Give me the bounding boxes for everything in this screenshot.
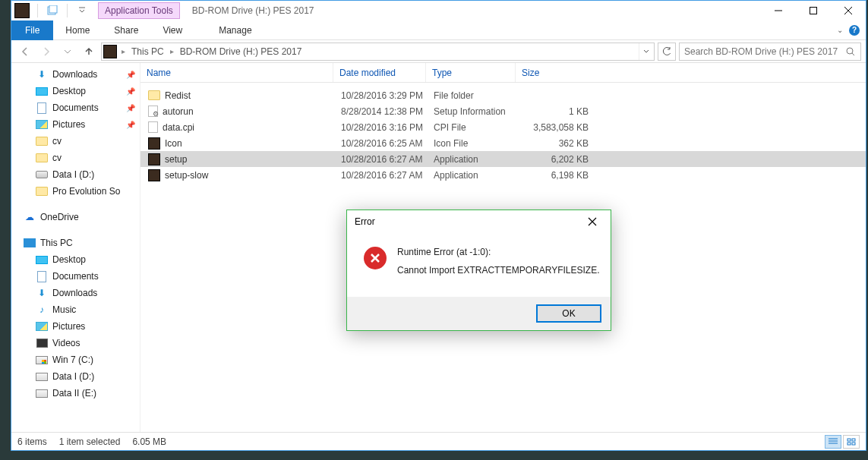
file-type: Icon File [428, 138, 517, 149]
status-size: 6.05 MB [132, 436, 166, 447]
file-date: 10/28/2016 6:25 AM [335, 138, 428, 149]
file-date: 8/28/2014 12:38 PM [335, 106, 428, 117]
dialog-titlebar[interactable]: Error [347, 210, 611, 233]
close-button[interactable] [831, 1, 866, 20]
sidebar-item[interactable]: Desktop [11, 251, 140, 268]
column-type[interactable]: Type [426, 63, 516, 82]
dialog-title: Error [355, 216, 375, 227]
divider [37, 4, 38, 17]
onedrive-icon: ☁ [24, 211, 36, 223]
sidebar-item[interactable]: Documents📌 [11, 99, 140, 116]
file-name: autorun [163, 106, 194, 117]
ribbon-tabs: File Home Share View Manage ⌄ ? [11, 20, 866, 40]
sidebar-item[interactable]: Documents [11, 268, 140, 285]
view-large-button[interactable] [843, 435, 860, 449]
file-icon [148, 121, 158, 133]
sidebar-item[interactable]: Data I (D:) [11, 368, 140, 385]
nav-back-button[interactable] [16, 43, 34, 61]
file-name: setup [165, 154, 187, 165]
search-input[interactable] [684, 46, 845, 57]
ribbon-expand-icon[interactable]: ⌄ [837, 26, 843, 34]
table-row[interactable]: data.cpi 10/28/2016 3:16 PM CPI File 3,5… [140, 119, 866, 135]
tab-view[interactable]: View [150, 20, 194, 40]
chevron-right-icon[interactable]: ▸ [169, 47, 175, 55]
file-tab[interactable]: File [11, 20, 53, 40]
sidebar-item-thispc[interactable]: This PC [11, 235, 140, 251]
videos-icon [36, 337, 48, 349]
sidebar-item-label: Music [52, 304, 76, 315]
breadcrumb-location-icon [103, 45, 117, 58]
svg-point-3 [847, 48, 853, 54]
error-dialog: Error Runtime Error (at -1:0): Cannot Im… [346, 210, 611, 331]
breadcrumb[interactable]: ▸ This PC ▸ BD-ROM Drive (H:) PES 2017 [101, 43, 655, 61]
ok-button[interactable]: OK [536, 304, 601, 323]
config-file-icon [148, 106, 158, 117]
sidebar-item[interactable]: Pictures📌 [11, 116, 140, 133]
file-type: Application [428, 170, 517, 181]
tab-home[interactable]: Home [53, 20, 102, 40]
desktop-icon [36, 85, 48, 97]
nav-forward-button[interactable] [37, 43, 55, 61]
sidebar-item[interactable]: Win 7 (C:) [11, 351, 140, 368]
sidebar-item[interactable]: ♪Music [11, 301, 140, 318]
dialog-close-button[interactable] [577, 210, 608, 233]
view-details-button[interactable] [825, 435, 841, 449]
sidebar-item[interactable]: Data II (E:) [11, 385, 140, 402]
table-row[interactable]: setup 10/28/2016 6:27 AM Application 6,2… [140, 151, 866, 167]
file-size: 6,202 KB [517, 154, 599, 165]
dialog-body: Runtime Error (at -1:0): Cannot Import E… [347, 233, 611, 297]
maximize-button[interactable] [796, 1, 831, 20]
search-icon[interactable] [845, 46, 856, 57]
sidebar-item[interactable]: Pro Evolution So [11, 183, 140, 200]
help-icon[interactable]: ? [849, 25, 860, 36]
table-row[interactable]: Icon 10/28/2016 6:25 AM Icon File 362 KB [140, 135, 866, 151]
sidebar-item[interactable]: Videos [11, 335, 140, 351]
ribbon-context-tab[interactable]: Application Tools [98, 2, 180, 19]
file-name: Icon [165, 138, 182, 149]
divider [67, 4, 68, 17]
file-size: 6,198 KB [517, 170, 599, 181]
svg-rect-1 [49, 5, 57, 13]
qat-properties-button[interactable] [44, 2, 61, 19]
breadcrumb-history-button[interactable] [639, 43, 652, 60]
pin-icon: 📌 [126, 121, 135, 129]
sidebar-item[interactable]: cv [11, 150, 140, 166]
dialog-message-line1: Runtime Error (at -1:0): [397, 247, 600, 257]
breadcrumb-segment[interactable]: This PC [127, 46, 169, 57]
tab-share[interactable]: Share [102, 20, 150, 40]
sidebar-item[interactable]: Pictures [11, 318, 140, 335]
qat-dropdown-button[interactable] [74, 2, 90, 19]
sidebar-item[interactable]: ⬇Downloads [11, 285, 140, 301]
pin-icon: 📌 [126, 104, 135, 112]
sidebar-item-onedrive[interactable]: ☁OneDrive [11, 209, 140, 225]
file-date: 10/28/2016 6:27 AM [335, 154, 428, 165]
sidebar-item[interactable]: ⬇Downloads📌 [11, 66, 140, 83]
breadcrumb-segment[interactable]: BD-ROM Drive (H:) PES 2017 [175, 46, 307, 57]
column-size[interactable]: Size [516, 63, 598, 82]
chevron-right-icon[interactable]: ▸ [120, 47, 127, 55]
dialog-actions: OK [347, 297, 611, 330]
minimize-button[interactable] [761, 1, 796, 20]
sidebar-item-label: This PC [40, 238, 73, 248]
svg-rect-2 [810, 8, 817, 14]
refresh-button[interactable] [658, 43, 676, 61]
tab-manage[interactable]: Manage [207, 20, 264, 40]
sidebar-item[interactable]: Data I (D:) [11, 166, 140, 183]
sidebar-item-label: Desktop [52, 254, 86, 265]
column-date[interactable]: Date modified [333, 63, 426, 82]
sidebar-item[interactable]: cv [11, 133, 140, 150]
nav-up-button[interactable] [80, 43, 98, 61]
pin-icon: 📌 [126, 71, 135, 79]
table-row[interactable]: Redist 10/28/2016 3:29 PM File folder [140, 87, 866, 103]
search-box[interactable] [679, 43, 861, 61]
sidebar-item-label: Data I (D:) [52, 371, 94, 382]
nav-recent-button[interactable] [58, 43, 77, 61]
column-name[interactable]: Name [140, 63, 333, 82]
navigation-bar: ▸ This PC ▸ BD-ROM Drive (H:) PES 2017 [11, 40, 866, 63]
navigation-pane[interactable]: ⬇Downloads📌Desktop📌Documents📌Pictures📌cv… [11, 63, 140, 432]
documents-icon [36, 102, 48, 114]
table-row[interactable]: autorun 8/28/2014 12:38 PM Setup Informa… [140, 103, 866, 119]
sidebar-item[interactable]: Desktop📌 [11, 83, 140, 99]
folder-icon [36, 185, 48, 197]
table-row[interactable]: setup-slow 10/28/2016 6:27 AM Applicatio… [140, 167, 866, 183]
